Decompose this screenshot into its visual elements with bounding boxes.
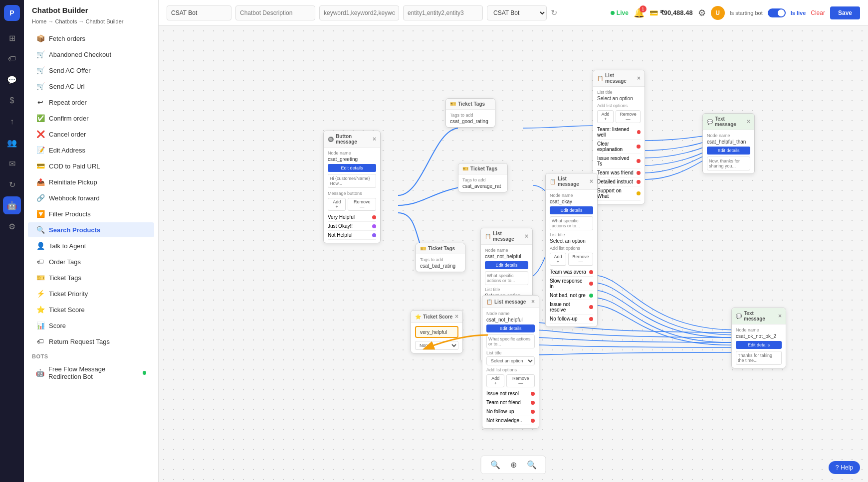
- priority-icon: ⚡: [36, 290, 45, 298]
- edit-list-4-btn[interactable]: Edit details: [486, 324, 535, 332]
- sidebar-item-abandoned-checkout[interactable]: 🛒 Abandoned Checkout: [28, 47, 154, 62]
- ticket-tags-3-body: Tags to add csat_bad_rating: [416, 254, 465, 272]
- sidebar-item-talk-to-agent[interactable]: 👤 Talk to Agent: [28, 238, 154, 253]
- clear-button[interactable]: Clear: [811, 9, 825, 16]
- edit-text-2-btn[interactable]: Edit details: [736, 341, 782, 349]
- canvas-area[interactable]: 🔘 Button message × Node name csat_greeti…: [159, 26, 868, 482]
- sidebar-item-ticket-score[interactable]: ⭐ Ticket Score: [28, 302, 154, 317]
- add-list-4-btn[interactable]: Add +: [486, 374, 504, 387]
- notification-icon[interactable]: 🔔 1: [634, 7, 645, 18]
- close-list-2[interactable]: ×: [525, 233, 528, 240]
- list-2-placeholder: What specific actions or to...: [485, 271, 528, 285]
- sidebar-icon-dollar[interactable]: $: [3, 92, 21, 110]
- add-button-btn[interactable]: Add +: [328, 198, 346, 211]
- save-button[interactable]: Save: [830, 6, 860, 19]
- close-text-2[interactable]: ×: [778, 313, 782, 320]
- sidebar-item-score[interactable]: 📊 Score: [28, 318, 154, 333]
- sidebar-item-reinitiate-pickup[interactable]: 📤 Reinitiate Pickup: [28, 174, 154, 189]
- sidebar-item-search-products[interactable]: 🔍 Search Products: [28, 222, 154, 237]
- close-list-4[interactable]: ×: [531, 298, 535, 305]
- list-message-node-4: 📋 List message × Node name csat_not_help…: [482, 295, 539, 429]
- sidebar-item-send-ac-offer[interactable]: 🛒 Send AC Offer: [28, 63, 154, 78]
- keywords-input[interactable]: [319, 5, 399, 20]
- zoom-in-button[interactable]: 🔍: [487, 459, 503, 471]
- list-message-4-header: 📋 List message ×: [482, 296, 539, 308]
- remove-button-btn[interactable]: Remove —: [348, 198, 376, 211]
- sidebar-item-ticket-tags[interactable]: 🎫 Ticket Tags: [28, 270, 154, 285]
- sidebar-item-filter-products[interactable]: 🔽 Filter Products: [28, 206, 154, 221]
- sidebar-item-confirm-order[interactable]: ✅ Confirm order: [28, 111, 154, 126]
- sidebar-icon-grid[interactable]: ⊞: [3, 29, 21, 47]
- search-icon: 🔍: [36, 226, 45, 234]
- is-starting-label: Is starting bot: [730, 10, 763, 16]
- sidebar-item-edit-address[interactable]: 📝 Edit Address: [28, 143, 154, 158]
- ticket-tags-node-2: 🎫 Ticket Tags Tags to add csat_average_r…: [458, 163, 508, 192]
- entities-input[interactable]: [403, 5, 483, 20]
- avatar[interactable]: U: [711, 6, 725, 20]
- settings-button[interactable]: ⚙: [698, 7, 706, 18]
- sidebar-item-webhook[interactable]: 🔗 Webhook forward: [28, 190, 154, 205]
- not-helpful-dot: [372, 233, 376, 237]
- list-4-select[interactable]: Select an option: [486, 356, 535, 365]
- list1-item1: Team: listened well: [597, 125, 641, 140]
- live-dot: [611, 11, 615, 15]
- list-message-node-1: 📋 List message × List title Select an op…: [593, 70, 645, 204]
- bot-type-select[interactable]: CSAT Bot: [487, 5, 547, 20]
- add-list-1-btn[interactable]: Add +: [597, 110, 614, 123]
- close-icon[interactable]: ×: [373, 136, 376, 143]
- breadcrumb-builder[interactable]: Chatbot Builder: [86, 18, 124, 24]
- list-icon-2: 📋: [485, 234, 491, 239]
- edit-list-3-btn[interactable]: Edit details: [550, 206, 593, 214]
- main-area: CSAT Bot ↻ Live 🔔 1 💳 ₹90,488.48 ⚙ U Is …: [159, 0, 868, 482]
- sidebar-icon-arrow[interactable]: ↑: [3, 113, 21, 131]
- close-icon-list1[interactable]: ×: [637, 75, 641, 82]
- app-logo[interactable]: P: [4, 5, 20, 21]
- score-node-icon: ⭐: [415, 314, 421, 320]
- close-score[interactable]: ×: [455, 313, 458, 320]
- sidebar-item-send-ac-url[interactable]: 🛒 Send AC Url: [28, 79, 154, 94]
- remove-list-3-btn[interactable]: Remove —: [568, 253, 593, 266]
- ticket-score-select[interactable]: None: [415, 341, 458, 350]
- description-input[interactable]: [235, 5, 315, 20]
- remove-list-1-btn[interactable]: Remove —: [616, 110, 641, 123]
- edit-text-1-btn[interactable]: Edit details: [707, 147, 750, 155]
- sidebar-item-cancel-order[interactable]: ❌ Cancel order: [28, 127, 154, 142]
- close-list-3[interactable]: ×: [590, 178, 593, 185]
- sidebar-item-cod-to-paid[interactable]: 💳 COD to Paid URL: [28, 159, 154, 173]
- sidebar-item-order-tags[interactable]: 🏷 Order Tags: [28, 254, 154, 269]
- sidebar-item-fetch-orders[interactable]: 📦 Fetch orders: [28, 31, 154, 46]
- breadcrumb-home[interactable]: Home: [32, 18, 46, 24]
- bot-name-input[interactable]: [167, 5, 231, 20]
- sidebar-item-ticket-priority[interactable]: ⚡ Ticket Priority: [28, 286, 154, 301]
- breadcrumb-chatbots[interactable]: Chatbots: [55, 18, 77, 24]
- button-very-helpful: Very Helpful: [328, 213, 376, 222]
- list-icon-4: 📋: [486, 299, 492, 305]
- sidebar-icon-message[interactable]: ✉: [3, 155, 21, 172]
- sidebar-icon-users[interactable]: 👥: [3, 134, 21, 152]
- sidebar-icon-settings[interactable]: ⚙: [3, 217, 21, 235]
- edit-list-2-btn[interactable]: Edit details: [485, 261, 528, 269]
- very-helpful-dot: [372, 215, 376, 219]
- sidebar-item-free-flow-bot[interactable]: 🤖 Free Flow Message Redirection Bot: [28, 362, 154, 384]
- sidebar-item-repeat-order[interactable]: ↩ Repeat order: [28, 95, 154, 110]
- refresh-icon[interactable]: ↻: [551, 8, 557, 17]
- add-list-3-btn[interactable]: Add +: [550, 253, 566, 266]
- ticket-score-input[interactable]: [415, 326, 458, 338]
- ticket-score-node: ⭐ Ticket Score × None: [411, 310, 463, 353]
- sidebar-item-return-request[interactable]: 🏷 Return Request Tags: [28, 334, 154, 349]
- list1-item2: Clear explanation: [597, 140, 641, 154]
- notification-badge: 1: [640, 5, 647, 12]
- close-text-1[interactable]: ×: [747, 118, 750, 125]
- is-live-toggle[interactable]: [768, 8, 786, 17]
- sidebar-icon-tag[interactable]: 🏷: [3, 50, 21, 68]
- remove-list-4-btn[interactable]: Remove —: [506, 374, 535, 387]
- zoom-reset-button[interactable]: ⊕: [507, 459, 520, 471]
- sidebar-icon-refresh[interactable]: ↻: [3, 175, 21, 193]
- button-message-text: Hi {customer/Name} How...: [328, 174, 376, 188]
- edit-details-btn[interactable]: Edit details: [328, 164, 376, 172]
- sidebar-icon-bot[interactable]: 🤖: [3, 196, 21, 214]
- sidebar-icon-chat[interactable]: 💬: [3, 71, 21, 89]
- text-message-node-2: 💬 Text message × Node name csat_ok_not_o…: [731, 308, 786, 368]
- zoom-out-button[interactable]: 🔍: [524, 459, 540, 471]
- help-button[interactable]: ? Help: [829, 461, 860, 474]
